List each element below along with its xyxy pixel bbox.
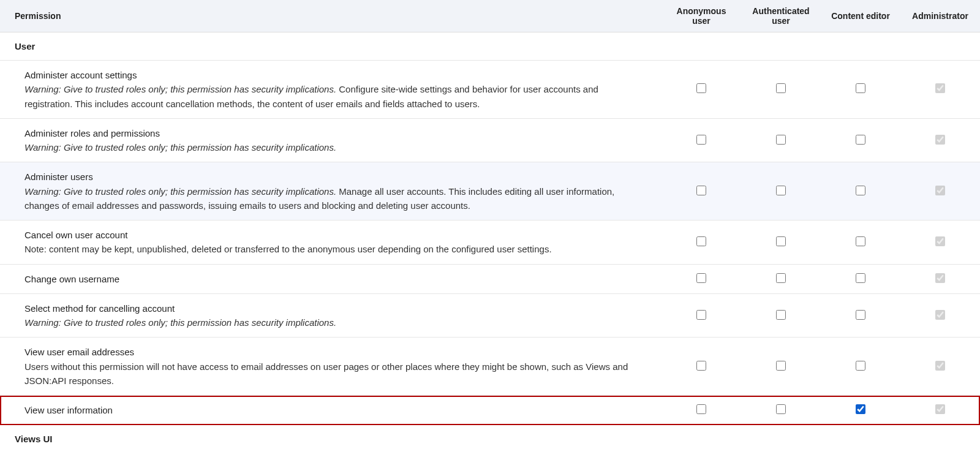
- permission-cell: Select method for cancelling accountWarn…: [0, 293, 662, 338]
- permission-cell: Cancel own user accountNote: content may…: [0, 221, 662, 265]
- checkbox-cell: [821, 293, 900, 338]
- column-header-anonymous: Anonymous user: [662, 0, 741, 32]
- checkbox-cell: [662, 221, 741, 265]
- permission-checkbox: [935, 236, 945, 246]
- permission-title: Administer roles and permissions: [24, 126, 643, 140]
- permission-cell: Administer usersWarning: Give to trusted…: [0, 162, 662, 221]
- permission-cell: Change own username: [0, 264, 662, 293]
- permission-cell: View user information: [0, 396, 662, 425]
- section-label-views-ui: Views UI: [0, 425, 980, 449]
- permission-row: View user information: [0, 396, 980, 425]
- permission-cell: Administer roles and permissionsWarning:…: [0, 118, 662, 162]
- checkbox-cell: [821, 396, 900, 425]
- permission-checkbox[interactable]: [776, 186, 786, 195]
- permission-checkbox[interactable]: [856, 135, 865, 145]
- permission-title: View user email addresses: [24, 345, 643, 359]
- checkbox-cell: [741, 293, 821, 338]
- permission-checkbox[interactable]: [856, 273, 865, 283]
- permission-checkbox[interactable]: [776, 83, 786, 93]
- checkbox-cell: [821, 338, 900, 396]
- column-header-administrator: Administrator: [900, 0, 980, 32]
- permission-checkbox: [935, 273, 945, 283]
- permission-description: Warning: Give to trusted roles only; thi…: [24, 82, 643, 111]
- checkbox-cell: [741, 162, 821, 221]
- permission-checkbox[interactable]: [776, 310, 786, 320]
- permission-description: Warning: Give to trusted roles only; thi…: [24, 315, 643, 330]
- checkbox-cell: [900, 396, 980, 425]
- permission-title: Cancel own user account: [24, 228, 643, 242]
- permission-warning: Warning: Give to trusted roles only; thi…: [24, 84, 336, 94]
- permission-checkbox: [935, 310, 945, 320]
- checkbox-cell: [662, 338, 741, 396]
- checkbox-cell: [821, 162, 900, 221]
- permission-checkbox: [935, 135, 945, 145]
- permission-checkbox[interactable]: [776, 404, 786, 414]
- checkbox-cell: [900, 162, 980, 221]
- checkbox-cell: [821, 61, 900, 119]
- table-header-row: Permission Anonymous user Authenticated …: [0, 0, 980, 32]
- checkbox-cell: [900, 264, 980, 293]
- permission-checkbox[interactable]: [856, 83, 865, 93]
- checkbox-cell: [900, 118, 980, 162]
- permission-checkbox[interactable]: [856, 404, 865, 414]
- section-label-user: User: [0, 32, 980, 61]
- permission-checkbox[interactable]: [696, 83, 706, 93]
- checkbox-cell: [741, 118, 821, 162]
- checkbox-cell: [821, 221, 900, 265]
- permission-checkbox[interactable]: [776, 273, 786, 283]
- permission-checkbox[interactable]: [856, 236, 865, 246]
- permission-checkbox[interactable]: [696, 236, 706, 246]
- permission-checkbox[interactable]: [696, 186, 706, 195]
- permission-checkbox[interactable]: [696, 135, 706, 145]
- permission-row: Cancel own user accountNote: content may…: [0, 221, 980, 265]
- permission-checkbox: [935, 186, 945, 195]
- permission-description-text: Users without this permission will not h…: [24, 361, 628, 386]
- section-row-user: User: [0, 32, 980, 61]
- permission-checkbox[interactable]: [696, 361, 706, 371]
- permission-warning: Warning: Give to trusted roles only; thi…: [24, 317, 336, 328]
- checkbox-cell: [662, 264, 741, 293]
- permission-checkbox[interactable]: [776, 361, 786, 371]
- column-header-permission: Permission: [0, 0, 662, 32]
- permission-title: Change own username: [24, 272, 643, 286]
- checkbox-cell: [741, 396, 821, 425]
- permission-warning: Warning: Give to trusted roles only; thi…: [24, 142, 336, 153]
- permission-row: View user email addressesUsers without t…: [0, 338, 980, 396]
- checkbox-cell: [741, 221, 821, 265]
- permission-cell: Administer account settingsWarning: Give…: [0, 61, 662, 119]
- checkbox-cell: [662, 61, 741, 119]
- checkbox-cell: [662, 118, 741, 162]
- permission-row: Administer roles and permissionsWarning:…: [0, 118, 980, 162]
- checkbox-cell: [662, 293, 741, 338]
- permission-checkbox[interactable]: [696, 310, 706, 320]
- permission-description: Warning: Give to trusted roles only; thi…: [24, 184, 643, 213]
- checkbox-cell: [741, 61, 821, 119]
- checkbox-cell: [900, 221, 980, 265]
- checkbox-cell: [821, 118, 900, 162]
- column-header-authenticated: Authenticated user: [741, 0, 821, 32]
- permission-row: Administer usersWarning: Give to trusted…: [0, 162, 980, 221]
- section-row-views-ui: Views UI: [0, 425, 980, 449]
- permission-row: Change own username: [0, 264, 980, 293]
- permission-title: View user information: [24, 403, 643, 417]
- column-header-content-editor: Content editor: [821, 0, 900, 32]
- checkbox-cell: [900, 293, 980, 338]
- permission-checkbox[interactable]: [776, 236, 786, 246]
- permission-description: Users without this permission will not h…: [24, 360, 643, 388]
- permission-checkbox[interactable]: [776, 135, 786, 145]
- checkbox-cell: [741, 264, 821, 293]
- checkbox-cell: [741, 338, 821, 396]
- checkbox-cell: [662, 396, 741, 425]
- permission-checkbox[interactable]: [696, 273, 706, 283]
- permission-description: Note: content may be kept, unpublished, …: [24, 242, 643, 256]
- checkbox-cell: [900, 338, 980, 396]
- checkbox-cell: [821, 264, 900, 293]
- permission-description: Warning: Give to trusted roles only; thi…: [24, 140, 643, 154]
- permission-checkbox[interactable]: [856, 310, 865, 320]
- permission-checkbox[interactable]: [856, 361, 865, 371]
- permission-description-text: Note: content may be kept, unpublished, …: [24, 244, 552, 254]
- permission-checkbox[interactable]: [696, 404, 706, 414]
- permission-cell: View user email addressesUsers without t…: [0, 338, 662, 396]
- permission-checkbox[interactable]: [856, 186, 865, 195]
- permission-title: Select method for cancelling account: [24, 301, 643, 315]
